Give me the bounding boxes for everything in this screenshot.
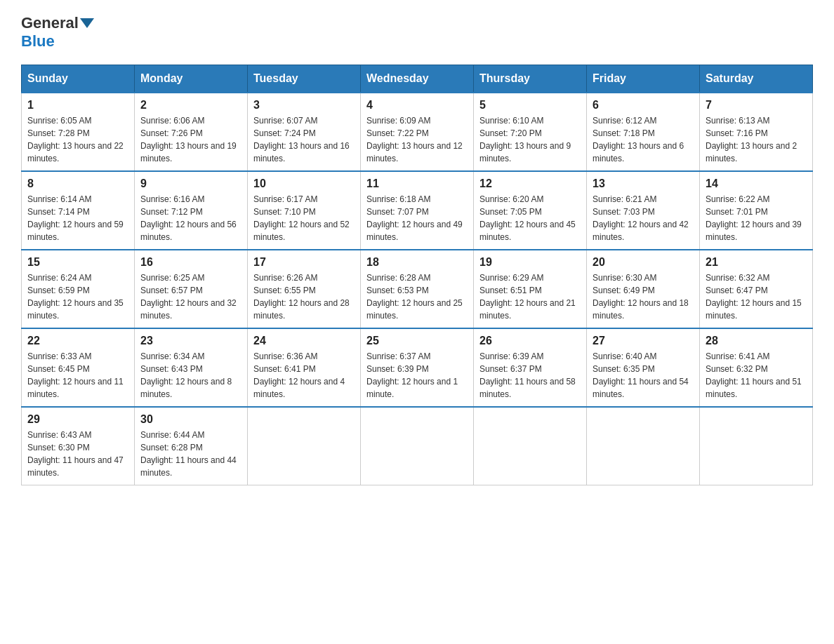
- week-row-3: 15Sunrise: 6:24 AMSunset: 6:59 PMDayligh…: [22, 250, 813, 328]
- logo-blue-text: Blue: [21, 32, 55, 51]
- day-cell-10: 10Sunrise: 6:17 AMSunset: 7:10 PMDayligh…: [248, 171, 361, 250]
- weekday-header-sunday: Sunday: [22, 65, 135, 93]
- logo-arrow-icon: [80, 18, 94, 28]
- day-number: 26: [479, 335, 581, 347]
- page-header: General Blue: [21, 14, 813, 51]
- day-info: Sunrise: 6:26 AMSunset: 6:55 PMDaylight:…: [253, 271, 355, 322]
- day-number: 7: [706, 99, 807, 112]
- day-cell-20: 20Sunrise: 6:30 AMSunset: 6:49 PMDayligh…: [587, 250, 700, 328]
- empty-cell: [474, 407, 587, 485]
- day-number: 5: [479, 99, 581, 112]
- day-info: Sunrise: 6:37 AMSunset: 6:39 PMDaylight:…: [366, 350, 468, 401]
- day-cell-11: 11Sunrise: 6:18 AMSunset: 7:07 PMDayligh…: [361, 171, 474, 250]
- day-number: 30: [140, 413, 241, 426]
- weekday-header-friday: Friday: [587, 65, 700, 93]
- day-cell-1: 1Sunrise: 6:05 AMSunset: 7:28 PMDaylight…: [22, 93, 135, 171]
- day-cell-16: 16Sunrise: 6:25 AMSunset: 6:57 PMDayligh…: [135, 250, 248, 328]
- empty-cell: [361, 407, 474, 485]
- day-cell-27: 27Sunrise: 6:40 AMSunset: 6:35 PMDayligh…: [587, 328, 700, 407]
- day-cell-17: 17Sunrise: 6:26 AMSunset: 6:55 PMDayligh…: [248, 250, 361, 328]
- empty-cell: [700, 407, 813, 485]
- day-number: 11: [366, 177, 468, 190]
- day-info: Sunrise: 6:07 AMSunset: 7:24 PMDaylight:…: [253, 114, 355, 165]
- day-number: 21: [706, 256, 807, 269]
- day-cell-2: 2Sunrise: 6:06 AMSunset: 7:26 PMDaylight…: [135, 93, 248, 171]
- day-number: 4: [366, 99, 468, 112]
- day-number: 27: [593, 335, 694, 347]
- day-number: 9: [140, 177, 241, 190]
- weekday-header-row: SundayMondayTuesdayWednesdayThursdayFrid…: [22, 65, 813, 93]
- day-number: 15: [27, 256, 128, 269]
- day-info: Sunrise: 6:18 AMSunset: 7:07 PMDaylight:…: [366, 193, 468, 243]
- day-cell-26: 26Sunrise: 6:39 AMSunset: 6:37 PMDayligh…: [474, 328, 587, 407]
- day-cell-24: 24Sunrise: 6:36 AMSunset: 6:41 PMDayligh…: [248, 328, 361, 407]
- day-info: Sunrise: 6:30 AMSunset: 6:49 PMDaylight:…: [593, 271, 694, 322]
- day-cell-18: 18Sunrise: 6:28 AMSunset: 6:53 PMDayligh…: [361, 250, 474, 328]
- day-info: Sunrise: 6:40 AMSunset: 6:35 PMDaylight:…: [593, 350, 694, 401]
- day-number: 6: [593, 99, 694, 112]
- day-info: Sunrise: 6:28 AMSunset: 6:53 PMDaylight:…: [366, 271, 468, 322]
- day-number: 3: [253, 99, 355, 112]
- day-cell-13: 13Sunrise: 6:21 AMSunset: 7:03 PMDayligh…: [587, 171, 700, 250]
- day-number: 16: [140, 256, 241, 269]
- day-number: 20: [593, 256, 694, 269]
- day-info: Sunrise: 6:12 AMSunset: 7:18 PMDaylight:…: [593, 114, 694, 165]
- day-info: Sunrise: 6:25 AMSunset: 6:57 PMDaylight:…: [140, 271, 241, 322]
- day-cell-22: 22Sunrise: 6:33 AMSunset: 6:45 PMDayligh…: [22, 328, 135, 407]
- day-info: Sunrise: 6:34 AMSunset: 6:43 PMDaylight:…: [140, 350, 241, 401]
- day-number: 24: [253, 335, 355, 347]
- logo: General Blue: [21, 14, 94, 51]
- day-cell-6: 6Sunrise: 6:12 AMSunset: 7:18 PMDaylight…: [587, 93, 700, 171]
- day-info: Sunrise: 6:16 AMSunset: 7:12 PMDaylight:…: [140, 193, 241, 243]
- logo-general-text: General: [21, 14, 79, 32]
- day-info: Sunrise: 6:41 AMSunset: 6:32 PMDaylight:…: [706, 350, 807, 401]
- week-row-1: 1Sunrise: 6:05 AMSunset: 7:28 PMDaylight…: [22, 93, 813, 171]
- day-number: 8: [27, 177, 128, 190]
- day-number: 25: [366, 335, 468, 347]
- day-cell-9: 9Sunrise: 6:16 AMSunset: 7:12 PMDaylight…: [135, 171, 248, 250]
- day-info: Sunrise: 6:22 AMSunset: 7:01 PMDaylight:…: [706, 193, 807, 243]
- day-number: 22: [27, 335, 128, 347]
- weekday-header-thursday: Thursday: [474, 65, 587, 93]
- day-number: 14: [706, 177, 807, 190]
- day-number: 29: [27, 413, 128, 426]
- day-info: Sunrise: 6:29 AMSunset: 6:51 PMDaylight:…: [479, 271, 581, 322]
- day-cell-8: 8Sunrise: 6:14 AMSunset: 7:14 PMDaylight…: [22, 171, 135, 250]
- weekday-header-monday: Monday: [135, 65, 248, 93]
- week-row-5: 29Sunrise: 6:43 AMSunset: 6:30 PMDayligh…: [22, 407, 813, 485]
- day-cell-28: 28Sunrise: 6:41 AMSunset: 6:32 PMDayligh…: [700, 328, 813, 407]
- day-cell-23: 23Sunrise: 6:34 AMSunset: 6:43 PMDayligh…: [135, 328, 248, 407]
- day-info: Sunrise: 6:44 AMSunset: 6:28 PMDaylight:…: [140, 429, 241, 479]
- day-info: Sunrise: 6:36 AMSunset: 6:41 PMDaylight:…: [253, 350, 355, 401]
- weekday-header-wednesday: Wednesday: [361, 65, 474, 93]
- day-number: 28: [706, 335, 807, 347]
- day-number: 18: [366, 256, 468, 269]
- day-info: Sunrise: 6:32 AMSunset: 6:47 PMDaylight:…: [706, 271, 807, 322]
- day-cell-15: 15Sunrise: 6:24 AMSunset: 6:59 PMDayligh…: [22, 250, 135, 328]
- day-info: Sunrise: 6:10 AMSunset: 7:20 PMDaylight:…: [479, 114, 581, 165]
- week-row-2: 8Sunrise: 6:14 AMSunset: 7:14 PMDaylight…: [22, 171, 813, 250]
- day-cell-12: 12Sunrise: 6:20 AMSunset: 7:05 PMDayligh…: [474, 171, 587, 250]
- day-cell-14: 14Sunrise: 6:22 AMSunset: 7:01 PMDayligh…: [700, 171, 813, 250]
- day-cell-7: 7Sunrise: 6:13 AMSunset: 7:16 PMDaylight…: [700, 93, 813, 171]
- day-cell-3: 3Sunrise: 6:07 AMSunset: 7:24 PMDaylight…: [248, 93, 361, 171]
- day-info: Sunrise: 6:06 AMSunset: 7:26 PMDaylight:…: [140, 114, 241, 165]
- day-cell-5: 5Sunrise: 6:10 AMSunset: 7:20 PMDaylight…: [474, 93, 587, 171]
- day-number: 10: [253, 177, 355, 190]
- day-number: 23: [140, 335, 241, 347]
- empty-cell: [587, 407, 700, 485]
- logo-text: General: [21, 14, 94, 32]
- day-number: 13: [593, 177, 694, 190]
- day-info: Sunrise: 6:39 AMSunset: 6:37 PMDaylight:…: [479, 350, 581, 401]
- day-cell-29: 29Sunrise: 6:43 AMSunset: 6:30 PMDayligh…: [22, 407, 135, 485]
- day-number: 1: [27, 99, 128, 112]
- day-info: Sunrise: 6:14 AMSunset: 7:14 PMDaylight:…: [27, 193, 128, 243]
- empty-cell: [248, 407, 361, 485]
- day-cell-19: 19Sunrise: 6:29 AMSunset: 6:51 PMDayligh…: [474, 250, 587, 328]
- day-info: Sunrise: 6:24 AMSunset: 6:59 PMDaylight:…: [27, 271, 128, 322]
- week-row-4: 22Sunrise: 6:33 AMSunset: 6:45 PMDayligh…: [22, 328, 813, 407]
- day-info: Sunrise: 6:43 AMSunset: 6:30 PMDaylight:…: [27, 429, 128, 479]
- day-info: Sunrise: 6:17 AMSunset: 7:10 PMDaylight:…: [253, 193, 355, 243]
- day-info: Sunrise: 6:20 AMSunset: 7:05 PMDaylight:…: [479, 193, 581, 243]
- day-info: Sunrise: 6:21 AMSunset: 7:03 PMDaylight:…: [593, 193, 694, 243]
